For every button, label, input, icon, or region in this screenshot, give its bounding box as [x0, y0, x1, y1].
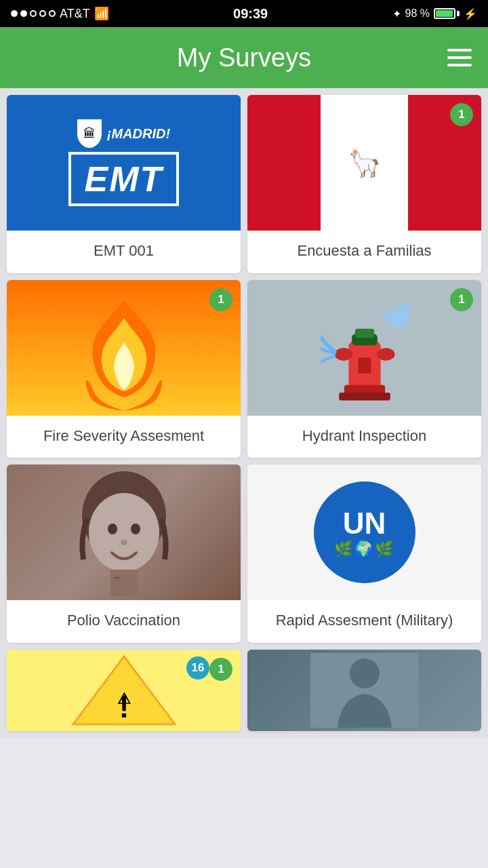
- survey-badge-warning-1: 1: [209, 658, 232, 681]
- hamburger-line-2: [447, 56, 472, 59]
- child-svg: [63, 465, 185, 600]
- bluetooth-icon: ✦: [392, 7, 401, 20]
- survey-card-polio[interactable]: Polio Vaccination: [7, 465, 241, 643]
- survey-image-hydrant: [247, 280, 481, 416]
- un-emblem: UN 🌿🌍🌿: [314, 481, 415, 583]
- emt-text: EMT: [68, 152, 180, 206]
- battery-percent: 98 %: [405, 7, 430, 20]
- surveys-grid: 🏛 ¡MADRID! EMT EMT 001 🦙 1 Encuesta a Fa…: [0, 88, 488, 738]
- status-bar: AT&T 📶 09:39 ✦ 98 % ⚡: [0, 0, 488, 27]
- dot-4: [39, 10, 46, 17]
- survey-card-warning[interactable]: ! ⚠ 16 1: [7, 650, 241, 731]
- un-letters: UN: [343, 507, 386, 540]
- dot-1: [11, 10, 18, 17]
- svg-point-4: [376, 348, 394, 361]
- survey-image-emt: 🏛 ¡MADRID! EMT: [7, 95, 241, 231]
- hydrant-svg: [321, 290, 409, 406]
- survey-image-person: [247, 650, 481, 731]
- svg-point-18: [350, 658, 380, 688]
- wifi-icon: 📶: [94, 6, 109, 21]
- charge-icon: ⚡: [464, 7, 477, 20]
- survey-label-hydrant: Hydrant Inspection: [247, 416, 481, 458]
- survey-badge-fire: 1: [209, 288, 232, 311]
- time-display: 09:39: [233, 6, 268, 22]
- dot-5: [49, 10, 56, 17]
- peru-coat-arms: 🦙: [348, 147, 382, 179]
- svg-point-10: [108, 524, 117, 534]
- person-svg: [310, 653, 419, 728]
- madrid-shield: 🏛: [77, 119, 102, 148]
- svg-rect-13: [110, 570, 138, 597]
- survey-label-encuesta: Encuesta a Familias: [247, 231, 481, 273]
- survey-card-fire[interactable]: 1 Fire Severity Assesment: [7, 280, 241, 458]
- svg-point-3: [334, 348, 352, 361]
- status-left: AT&T 📶: [11, 6, 109, 21]
- peru-white-center: 🦙: [321, 95, 408, 231]
- survey-badge-hydrant: 1: [450, 288, 473, 311]
- svg-rect-7: [358, 357, 371, 374]
- app-header: My Surveys: [0, 27, 488, 88]
- survey-image-un: UN 🌿🌍🌿: [247, 465, 481, 600]
- hamburger-line-1: [447, 49, 472, 52]
- menu-button[interactable]: [447, 49, 472, 66]
- survey-image-peru: 🦙: [247, 95, 481, 231]
- carrier-label: AT&T: [60, 7, 90, 21]
- survey-image-polio: [7, 465, 241, 600]
- survey-card-emt001[interactable]: 🏛 ¡MADRID! EMT EMT 001: [7, 95, 241, 273]
- page-title: My Surveys: [41, 43, 447, 73]
- survey-card-rapid[interactable]: UN 🌿🌍🌿 Rapid Assesment (Military): [247, 465, 481, 643]
- survey-card-hydrant[interactable]: 1 Hydrant Inspection: [247, 280, 481, 458]
- fire-svg: [70, 294, 178, 416]
- survey-badge-warning-16: 16: [186, 656, 209, 679]
- survey-label-emt001: EMT 001: [7, 231, 241, 273]
- status-right: ✦ 98 % ⚡: [392, 7, 477, 20]
- un-laurel: 🌿🌍🌿: [334, 540, 395, 558]
- survey-label-rapid: Rapid Assesment (Military): [247, 600, 481, 643]
- survey-badge-encuesta: 1: [450, 103, 473, 126]
- battery-icon: [434, 8, 460, 19]
- survey-label-polio: Polio Vaccination: [7, 600, 241, 643]
- svg-rect-6: [339, 393, 390, 400]
- hamburger-line-3: [447, 64, 472, 66]
- emt-madrid-row: 🏛 ¡MADRID!: [77, 119, 170, 148]
- dot-3: [30, 10, 37, 17]
- survey-card-person[interactable]: [247, 650, 481, 731]
- survey-card-encuesta[interactable]: 🦙 1 Encuesta a Familias: [247, 95, 481, 273]
- peru-red-left: [247, 95, 321, 231]
- survey-label-fire: Fire Severity Assesment: [7, 416, 241, 458]
- svg-point-11: [131, 524, 140, 534]
- warning-svg: ! ⚠: [70, 653, 178, 728]
- dot-2: [20, 10, 27, 17]
- signal-dots: [11, 10, 56, 17]
- svg-point-12: [121, 540, 127, 545]
- svg-rect-2: [354, 328, 373, 337]
- survey-image-fire: [7, 280, 241, 416]
- madrid-text: ¡MADRID!: [107, 126, 170, 142]
- svg-text:⚠: ⚠: [117, 690, 131, 707]
